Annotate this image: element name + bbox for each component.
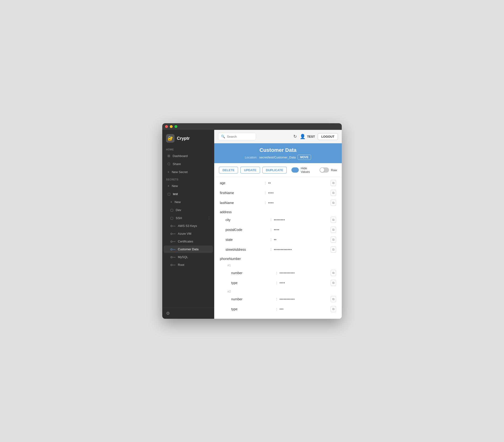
- cert-label: Certificates: [178, 240, 193, 243]
- folder-test-icon: ▢: [167, 192, 171, 196]
- key-azure-icon: ⊙—: [170, 232, 176, 235]
- field-row-lastname: lastName : •••• ⧉: [214, 198, 342, 208]
- user-area[interactable]: 👤 TEST: [300, 134, 315, 139]
- hide-values-label: Hide Values: [301, 166, 313, 174]
- copy-city-button[interactable]: ⧉: [331, 217, 336, 223]
- test-plus-icon: +: [170, 200, 172, 204]
- sidebar-item-dashboard[interactable]: ⊞ Dashboard: [164, 152, 213, 159]
- copy-type-2-button[interactable]: ⧉: [331, 306, 336, 312]
- sidebar-item-root[interactable]: ⊙— Root: [164, 261, 213, 268]
- sidebar-item-test[interactable]: ▢ test: [164, 190, 213, 198]
- sidebar-item-secrets-new[interactable]: + New: [164, 182, 213, 190]
- field-key-firstname: firstName: [220, 191, 262, 195]
- folder-dev-icon: ▢: [170, 208, 173, 212]
- sidebar-item-aws[interactable]: ⊙— AWS S3 Keys: [164, 222, 213, 230]
- logout-button[interactable]: LOGOUT: [318, 133, 338, 140]
- copy-number-1-button[interactable]: ⧉: [331, 270, 336, 276]
- key-root-icon: ⊙—: [170, 263, 176, 266]
- sidebar-item-dev[interactable]: ▢ Dev: [164, 206, 213, 214]
- copy-lastname-button[interactable]: ⧉: [331, 200, 336, 206]
- folder-ssh-icon: ▢: [170, 216, 173, 220]
- field-row-number-1: number : ••••••••••• ⧉: [214, 268, 342, 278]
- sep-type-2: :: [276, 307, 277, 311]
- sidebar: 🔐 Cryptr HOME ⊞ Dashboard ⬡ Share + New …: [162, 130, 214, 319]
- hide-values-track: [291, 167, 299, 173]
- copy-postalcode-button[interactable]: ⧉: [331, 227, 336, 233]
- sidebar-footer: ⚙: [162, 308, 214, 319]
- new-secret-label: New Secret: [172, 170, 188, 174]
- field-row-age: age : •• ⧉: [214, 178, 342, 188]
- field-key-type-2: type: [231, 307, 274, 311]
- sidebar-item-azure[interactable]: ⊙— Azure VM: [164, 230, 213, 237]
- location-label: Location:: [245, 156, 257, 159]
- content-area: DELETE UPDATE DUPLICATE Hide Values: [214, 163, 342, 319]
- raw-toggle[interactable]: [320, 167, 329, 173]
- logo-area: 🔐 Cryptr: [162, 130, 214, 146]
- maximize-button[interactable]: [175, 125, 177, 128]
- sidebar-item-test-new[interactable]: + New: [164, 198, 213, 206]
- sidebar-item-ssh[interactable]: ▢ SSH: [164, 214, 205, 222]
- field-row-postalcode: postalCode : •••• ⧉: [214, 225, 342, 235]
- search-icon: 🔍: [221, 135, 225, 138]
- refresh-icon[interactable]: ↻: [293, 134, 297, 139]
- share-icon: ⬡: [167, 162, 170, 166]
- close-button[interactable]: [165, 125, 168, 128]
- duplicate-button[interactable]: DUPLICATE: [262, 167, 287, 174]
- settings-icon[interactable]: ⚙: [166, 311, 170, 316]
- test-label: test: [173, 192, 178, 196]
- sidebar-item-customer-data[interactable]: ⊙— Customer Data: [164, 246, 213, 253]
- customer-label: Customer Data: [178, 248, 198, 251]
- update-button[interactable]: UPDATE: [240, 167, 260, 174]
- sidebar-item-new-secret[interactable]: + New Secret: [164, 168, 213, 176]
- field-row-streetaddress: streetAddress : ••••••••••••• ⧉: [214, 245, 342, 255]
- logo-icon: 🔐: [166, 134, 175, 143]
- raw-toggle-group: Raw: [320, 167, 337, 173]
- sep-city: :: [270, 218, 271, 222]
- sep-postalcode: :: [270, 228, 271, 232]
- title-bar: [162, 123, 342, 130]
- copy-age-button[interactable]: ⧉: [331, 180, 336, 186]
- hide-values-toggle[interactable]: [291, 167, 299, 173]
- location-path: secret/test/Customer_Data: [259, 156, 296, 159]
- sidebar-item-certificates[interactable]: ⊙— Certificates: [164, 238, 213, 245]
- sep-number-1: :: [276, 271, 277, 275]
- section-address: address: [214, 208, 342, 215]
- copy-number-2-button[interactable]: ⧉: [331, 296, 336, 302]
- copy-firstname-button[interactable]: ⧉: [331, 190, 336, 196]
- main-area: 🔍 ↻ 👤 TEST LOGOUT Customer Data Location…: [214, 130, 342, 319]
- field-key-type-1: type: [231, 281, 274, 285]
- key-customer-icon: ⊙—: [170, 248, 176, 251]
- move-button[interactable]: MOVE: [298, 155, 311, 160]
- minimize-button[interactable]: [170, 125, 173, 128]
- dev-label: Dev: [176, 208, 181, 212]
- delete-button[interactable]: DELETE: [219, 167, 238, 174]
- search-box[interactable]: 🔍: [218, 133, 256, 140]
- app-layout: 🔐 Cryptr HOME ⊞ Dashboard ⬡ Share + New …: [162, 130, 342, 319]
- field-key-postalcode: postalCode: [226, 228, 268, 232]
- copy-type-1-button[interactable]: ⧉: [331, 280, 336, 286]
- raw-thumb: [320, 168, 324, 172]
- app-window: 🔐 Cryptr HOME ⊞ Dashboard ⬡ Share + New …: [162, 123, 342, 319]
- key-aws-icon: ⊙—: [170, 224, 176, 228]
- field-row-state: state : •• ⧉: [214, 235, 342, 245]
- field-key-state: state: [226, 238, 268, 242]
- azure-label: Azure VM: [178, 232, 191, 235]
- sidebar-item-mysql[interactable]: ⊙— MySQL: [164, 253, 213, 261]
- sep-lastname: :: [265, 201, 266, 205]
- copy-state-button[interactable]: ⧉: [331, 237, 336, 243]
- user-icon: 👤: [300, 134, 306, 139]
- copy-streetaddress-button[interactable]: ⧉: [331, 247, 336, 253]
- field-key-number-2: number: [231, 297, 274, 301]
- share-label: Share: [173, 162, 181, 166]
- field-key-number-1: number: [231, 271, 274, 275]
- field-val-city: ••••••••: [274, 218, 331, 222]
- search-input[interactable]: [227, 135, 253, 138]
- user-label: TEST: [307, 135, 315, 138]
- sidebar-item-share[interactable]: ⬡ Share: [164, 160, 213, 168]
- array-index-1: #1: [214, 262, 342, 268]
- banner-location: Location: secret/test/Customer_Data MOVE: [219, 155, 337, 160]
- plus-icon: +: [167, 170, 169, 174]
- field-row-firstname: firstName : •••• ⧉: [214, 188, 342, 198]
- ssh-menu-icon[interactable]: ⋮: [205, 215, 213, 221]
- sep-state: :: [270, 238, 271, 242]
